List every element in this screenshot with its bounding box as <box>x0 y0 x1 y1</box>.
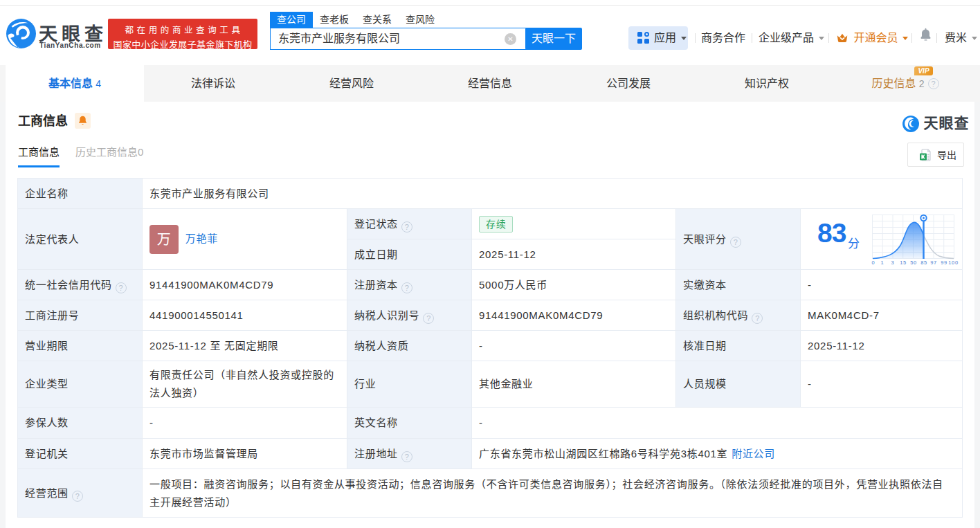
svg-text:1: 1 <box>881 260 884 266</box>
svg-text:3: 3 <box>891 260 895 266</box>
svg-text:99: 99 <box>941 260 947 266</box>
svg-text:100: 100 <box>948 260 959 266</box>
svg-text:50: 50 <box>910 260 917 266</box>
svg-text:85: 85 <box>920 260 927 266</box>
svg-text:97: 97 <box>930 260 937 266</box>
svg-text:0: 0 <box>872 260 875 266</box>
svg-text:15: 15 <box>900 260 907 266</box>
